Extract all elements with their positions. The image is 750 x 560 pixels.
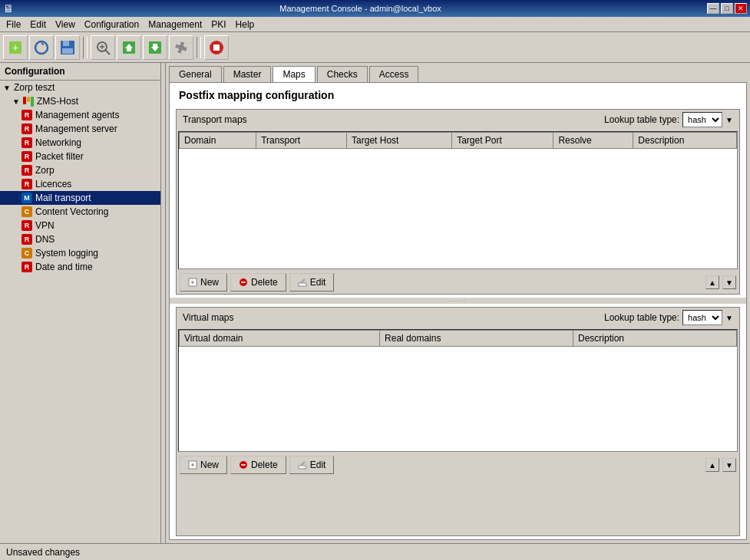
sidebar-item-zms-host[interactable]: ▼ ZMS-Host (0, 94, 160, 108)
minimize-button[interactable]: — (707, 3, 719, 14)
content-area: General Master Maps Checks Access Postfi… (166, 63, 750, 543)
sidebar-item-label: Date and time (35, 262, 93, 272)
col-domain: Domain (180, 133, 256, 149)
transport-lookup-control: Lookup table type: hash btree ▼ (604, 112, 733, 127)
drag-divider[interactable]: ······· (170, 298, 746, 304)
sidebar-header: Configuration (0, 63, 160, 81)
virtual-lookup-select[interactable]: hash btree (682, 310, 722, 325)
sidebar-item-dns[interactable]: R DNS (0, 232, 160, 246)
menu-configuration[interactable]: Configuration (80, 18, 144, 31)
svg-line-8 (105, 50, 110, 54)
sidebar-item-label: Zorp teszt (14, 82, 55, 93)
sidebar-item-content-vectoring[interactable]: C Content Vectoring (0, 205, 160, 219)
sidebar-item-label: VPN (35, 220, 55, 231)
transport-lookup-select[interactable]: hash btree (682, 112, 722, 127)
virtual-maps-action-bar: New Delete Edit ▲ ▼ (177, 453, 739, 476)
tab-maps[interactable]: Maps (273, 66, 315, 82)
virtual-edit-button[interactable]: Edit (289, 456, 335, 474)
export-button[interactable] (117, 35, 141, 60)
virtual-lookup-control: Lookup table type: hash btree ▼ (604, 310, 733, 325)
window-controls: — □ ✕ (707, 3, 747, 14)
page-title: Postfix mapping configuration (170, 83, 746, 106)
sidebar-item-system-logging[interactable]: C System logging (0, 246, 160, 260)
import-button[interactable] (143, 35, 167, 60)
menu-file[interactable]: File (2, 18, 25, 31)
add-button[interactable]: + (3, 35, 28, 60)
sidebar-item-label: Management server (35, 124, 117, 134)
delete-icon (239, 278, 248, 287)
virtual-maps-table: Virtual domain Real domains Description (179, 330, 737, 347)
tab-access[interactable]: Access (369, 66, 419, 82)
refresh-button[interactable] (29, 35, 54, 60)
zoom-button[interactable] (91, 35, 115, 60)
sidebar-item-label: System logging (35, 248, 98, 259)
sidebar-item-label: Zorp (35, 165, 55, 176)
sidebar-item-management-server[interactable]: R Management server (0, 122, 160, 136)
maximize-button[interactable]: □ (721, 3, 733, 14)
col-description: Description (633, 133, 737, 149)
edit-icon (298, 278, 307, 287)
sidebar-item-label: Content Vectoring (35, 206, 108, 217)
expand-icon: ▼ (3, 84, 12, 92)
sidebar-item-label: DNS (35, 234, 55, 245)
sidebar-item-licences[interactable]: R Licences (0, 177, 160, 191)
app-icon: 🖥 (3, 2, 14, 15)
menu-pki[interactable]: PKI (206, 18, 230, 31)
transport-maps-header: Transport maps Lookup table type: hash b… (177, 110, 739, 130)
r-badge-icon: R (21, 110, 32, 120)
svg-rect-6 (62, 48, 73, 54)
transport-delete-button[interactable]: Delete (230, 273, 286, 292)
virtual-scroll-down-button[interactable]: ▼ (722, 458, 736, 472)
sidebar-item-zorp-teszt[interactable]: ▼ Zorp teszt (0, 81, 160, 94)
tab-checks[interactable]: Checks (317, 66, 368, 82)
delete-button-label: Delete (251, 277, 278, 288)
menu-help[interactable]: Help (231, 18, 259, 31)
svg-rect-26 (299, 283, 306, 286)
sidebar-item-label: Management agents (35, 110, 119, 120)
save-button[interactable] (55, 35, 80, 60)
transport-lookup-dropdown-icon[interactable]: ▼ (725, 116, 733, 124)
r-badge-icon: R (21, 234, 32, 245)
sidebar-item-networking[interactable]: R Networking (0, 136, 160, 150)
close-button[interactable]: ✕ (735, 3, 747, 14)
menu-management[interactable]: Management (144, 18, 206, 31)
col-target-port: Target Port (452, 133, 553, 149)
sidebar-item-date-and-time[interactable]: R Date and time (0, 260, 160, 274)
virtual-maps-section: Virtual maps Lookup table type: hash btr… (176, 307, 740, 536)
transport-new-button[interactable]: New (180, 273, 227, 292)
sidebar-item-packet-filter[interactable]: R Packet filter (0, 150, 160, 163)
tab-bar: General Master Maps Checks Access (166, 63, 750, 82)
menu-view[interactable]: View (51, 18, 80, 31)
transport-maps-action-bar: New Delete Edit ▲ ▼ (177, 271, 739, 294)
menu-edit[interactable]: Edit (25, 18, 51, 31)
sidebar-item-management-agents[interactable]: R Management agents (0, 108, 160, 122)
svg-rect-5 (63, 41, 69, 46)
sidebar-item-label: Mail transport (35, 193, 91, 203)
m-badge-icon: M (21, 193, 32, 203)
tab-general[interactable]: General (169, 66, 222, 82)
toolbar: + (0, 32, 750, 63)
virtual-new-button[interactable]: New (180, 456, 227, 474)
transport-scroll-down-button[interactable]: ▼ (722, 275, 736, 289)
new-button-label: New (200, 277, 219, 288)
sidebar-item-mail-transport[interactable]: M Mail transport (0, 191, 160, 205)
edit-button-label: Edit (310, 277, 326, 288)
toolbar-separator-2 (197, 37, 201, 58)
virtual-delete-button[interactable]: Delete (230, 456, 286, 474)
r-badge-icon: R (21, 179, 32, 189)
delete-button-label: Delete (251, 460, 278, 470)
sidebar-item-vpn[interactable]: R VPN (0, 219, 160, 232)
transport-edit-button[interactable]: Edit (289, 273, 335, 292)
svg-rect-20 (213, 44, 220, 51)
virtual-lookup-dropdown-icon[interactable]: ▼ (725, 314, 733, 322)
virtual-scroll-up-button[interactable]: ▲ (705, 458, 719, 472)
sidebar-resize-handle[interactable] (161, 63, 166, 543)
sidebar-item-zorp[interactable]: R Zorp (0, 163, 160, 177)
bar-chart-icon (23, 97, 34, 107)
col-real-domains: Real domains (380, 331, 573, 347)
stop-button[interactable] (204, 35, 229, 60)
sidebar-item-label: Networking (35, 137, 81, 148)
tab-master[interactable]: Master (223, 66, 272, 82)
transport-scroll-up-button[interactable]: ▲ (705, 275, 719, 289)
settings-button[interactable] (169, 35, 193, 60)
